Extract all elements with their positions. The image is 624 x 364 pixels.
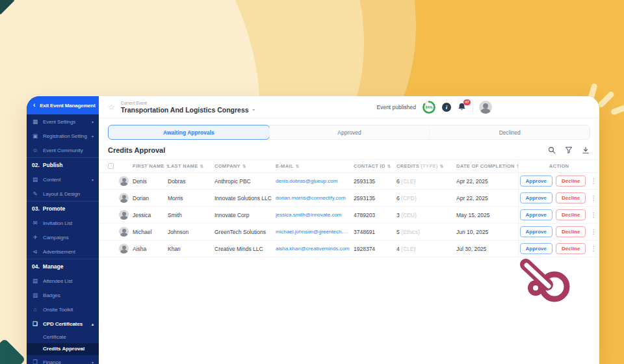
- tab-approved[interactable]: Approved: [269, 125, 430, 139]
- tab-awaiting-approvals[interactable]: Awaiting Approvals: [108, 125, 270, 140]
- decline-button[interactable]: Decline: [556, 243, 586, 254]
- exit-event-management-button[interactable]: ‹ Exit Event Management: [27, 96, 99, 114]
- download-icon[interactable]: [582, 146, 590, 154]
- column-header-e-mail[interactable]: E-MAIL⇅: [276, 163, 354, 169]
- sidebar-item-attendee-list[interactable]: ▤Attendee List: [27, 274, 99, 288]
- column-label: FIRST NAME: [133, 163, 164, 169]
- email-link[interactable]: jessica.smith@innovate.com: [276, 212, 354, 218]
- sort-icon[interactable]: ⇅: [440, 164, 444, 168]
- onsite-toolkit-icon: ⌂: [32, 306, 38, 313]
- sidebar-item-credits-approval[interactable]: Credits Approval: [27, 343, 99, 356]
- event-settings-icon: ▦: [32, 118, 38, 125]
- search-icon[interactable]: [548, 146, 556, 154]
- approval-tabs: Awaiting Approvals Approved Declined: [108, 125, 590, 140]
- cell-company: GreenTech Solutions: [214, 229, 276, 235]
- divider: [473, 101, 473, 113]
- layout-design-icon: ✎: [32, 190, 38, 197]
- sparkle-stroke: [597, 90, 616, 109]
- credits-value: 6: [396, 195, 400, 202]
- cell-first-name: Michael: [133, 229, 168, 235]
- advertisement-icon: ⊲: [32, 248, 38, 255]
- decline-button[interactable]: Decline: [556, 209, 586, 220]
- badges-icon: ▥: [32, 292, 38, 298]
- table-row: Denis Dobras Anthropic PBC denis.dobras@…: [99, 173, 599, 190]
- column-header-first-name[interactable]: FIRST NAME⇅: [133, 163, 168, 169]
- sidebar-item-advertisement[interactable]: ⊲Advertisement: [27, 244, 99, 259]
- sidebar-item-event-settings[interactable]: ▦Event Settings▾: [27, 114, 99, 129]
- cell-completion-date: Apr 22, 2025: [456, 178, 518, 185]
- approve-button[interactable]: Approve: [520, 243, 552, 254]
- sidebar-item-content[interactable]: ▤Content▾: [27, 172, 99, 187]
- approve-button[interactable]: Approve: [520, 192, 552, 203]
- column-label: COMPANY: [214, 163, 240, 169]
- approve-button[interactable]: Approve: [520, 176, 552, 187]
- select-all-checkbox[interactable]: [108, 163, 114, 169]
- finance-icon: ❒: [32, 359, 38, 364]
- caret-down-icon: ▾: [92, 120, 94, 124]
- cell-company: Creative Minds LLC: [214, 246, 276, 252]
- cell-first-name: Denis: [133, 178, 168, 185]
- sidebar-item-registration-settings[interactable]: ▣Registration Settings▾: [27, 129, 99, 143]
- email-link[interactable]: aisha.khan@creativeminds.com: [276, 246, 354, 252]
- column-header-company[interactable]: COMPANY⇅: [214, 163, 276, 169]
- approve-button[interactable]: Approve: [520, 209, 552, 220]
- favorite-star-icon[interactable]: ☆: [108, 103, 115, 111]
- sidebar-item-invitation-list[interactable]: ✉Invitation List: [27, 216, 99, 230]
- row-menu-icon[interactable]: ⋮: [589, 195, 598, 202]
- row-menu-icon[interactable]: ⋮: [589, 229, 598, 235]
- current-event-selector[interactable]: Current Event Transportation And Logisti…: [121, 101, 256, 114]
- row-menu-icon[interactable]: ⋮: [589, 178, 598, 185]
- row-menu-icon[interactable]: ⋮: [589, 212, 598, 218]
- credits-type: (CEU): [401, 212, 417, 218]
- action-cell: Approve Decline ⋮: [518, 224, 599, 240]
- email-link[interactable]: denis.dobras@glueup.com: [276, 178, 354, 184]
- cell-last-name: Khan: [168, 246, 214, 252]
- decline-button[interactable]: Decline: [556, 226, 586, 237]
- sidebar-item-label: Advertisement: [43, 249, 94, 255]
- filter-icon[interactable]: [565, 146, 573, 154]
- svg-text:84%: 84%: [425, 105, 432, 109]
- column-header-contact-id[interactable]: CONTACT ID⇅: [354, 163, 396, 169]
- decline-button[interactable]: Decline: [556, 176, 586, 187]
- sidebar-item-campaigns[interactable]: ✈Campaigns: [27, 230, 99, 244]
- sort-icon[interactable]: ⇅: [200, 164, 203, 168]
- credits-value: 4: [396, 246, 400, 252]
- column-header-last-name[interactable]: LAST NAME⇅: [168, 163, 214, 169]
- sort-icon[interactable]: ⇅: [387, 164, 391, 168]
- sidebar-item-layout-design[interactable]: ✎Layout & Design: [27, 187, 99, 201]
- email-link[interactable]: michael.johnson@greentech.com: [276, 229, 354, 235]
- notifications-button[interactable]: 47: [457, 102, 467, 112]
- sidebar-item-certificate[interactable]: Certificate: [27, 331, 99, 343]
- cell-company: Anthropic PBC: [214, 178, 276, 185]
- sidebar-item-onsite-toolkit[interactable]: ⌂Onsite Toolkit: [27, 302, 99, 317]
- approve-button[interactable]: Approve: [520, 226, 552, 237]
- credits-value: 5: [396, 229, 400, 235]
- avatar-cell: [104, 193, 133, 203]
- publish-progress-ring: 84%: [422, 100, 436, 114]
- table-row: Jessica Smith Innovate Corp jessica.smit…: [99, 207, 599, 224]
- row-menu-icon[interactable]: ⋮: [589, 246, 598, 252]
- decline-button[interactable]: Decline: [556, 192, 586, 203]
- sort-icon[interactable]: ⇅: [296, 164, 300, 168]
- tab-declined[interactable]: Declined: [429, 125, 590, 139]
- credits-type: (Ethics): [401, 229, 420, 235]
- column-header-credits[interactable]: CREDITS (TYPE)⇅: [396, 163, 456, 169]
- caret-up-icon: ▴: [92, 322, 94, 326]
- sort-icon[interactable]: ⇅: [242, 164, 246, 168]
- sidebar-item-event-community[interactable]: ☺Event Community: [27, 143, 99, 157]
- column-header-date-of-completion[interactable]: DATE OF COMPLETION⇅: [456, 163, 518, 169]
- notification-badge: 47: [463, 99, 471, 105]
- select-all-cell: [104, 163, 133, 169]
- sparkle-stroke: [610, 104, 624, 115]
- sidebar-item-finance[interactable]: ❒Finance▾: [27, 355, 99, 364]
- action-cell: Approve Decline ⋮: [518, 207, 599, 223]
- chevron-left-icon: ‹: [33, 102, 35, 109]
- caret-down-icon: ▾: [92, 134, 94, 138]
- user-avatar[interactable]: [479, 101, 492, 114]
- sidebar-item-label: Content: [43, 177, 87, 183]
- email-link[interactable]: dorian.morris@connectify.com: [276, 195, 354, 201]
- sidebar-item-cpd-certificates[interactable]: ❏CPD Certificates▴: [27, 317, 99, 331]
- sidebar-section-promote: 03.Promote: [27, 201, 99, 216]
- info-icon[interactable]: i: [442, 103, 451, 112]
- sidebar-item-badges[interactable]: ▥Badges: [27, 288, 99, 302]
